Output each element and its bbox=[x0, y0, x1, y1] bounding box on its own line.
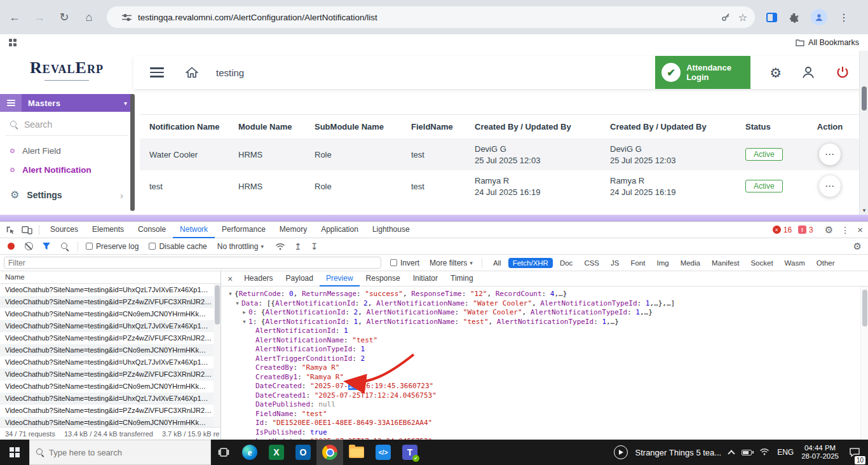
filter-pill-media[interactable]: Media bbox=[676, 258, 705, 268]
json-line[interactable]: DateCreated: "2025-07-24T16:19:45.366072… bbox=[221, 382, 868, 391]
home-icon[interactable]: ⌂ bbox=[79, 7, 99, 27]
devtools-close-icon[interactable]: × bbox=[857, 224, 863, 235]
device-toolbar-icon[interactable] bbox=[22, 225, 32, 234]
filter-pill-font[interactable]: Font bbox=[626, 258, 649, 268]
throttling-select[interactable]: No throttling▾ bbox=[217, 242, 264, 251]
json-line[interactable]: AlertNotificationName: "test" bbox=[221, 336, 868, 346]
reload-icon[interactable]: ↻ bbox=[54, 7, 74, 27]
row-actions-button[interactable]: ⋯ bbox=[819, 144, 841, 165]
more-filters-button[interactable]: More filters▾ bbox=[430, 259, 473, 267]
browser-menu-icon[interactable]: ⋮ bbox=[839, 11, 849, 24]
json-line[interactable]: ▼1: {AlertNotificationId: 1, AlertNotifi… bbox=[221, 318, 868, 327]
detail-tab-headers[interactable]: Headers bbox=[238, 271, 279, 286]
json-line[interactable]: ▼{ReturnCode: 0, ReturnMessage: "success… bbox=[221, 290, 868, 299]
profile-icon[interactable] bbox=[801, 65, 816, 80]
detail-tab-timing[interactable]: Timing bbox=[444, 271, 480, 286]
json-line[interactable]: DateCreated1: "2025-07-25T17:12:24.04567… bbox=[221, 391, 868, 401]
taskbar-search-input[interactable] bbox=[49, 448, 204, 457]
network-filter-input[interactable] bbox=[4, 257, 381, 269]
issues-badge[interactable]: !3 bbox=[798, 226, 813, 234]
network-request-row[interactable]: VideoChathub?SiteName=testing&id=CNo9emJ… bbox=[0, 308, 220, 320]
sidebar-item-masters[interactable]: Masters ▾ bbox=[0, 94, 133, 112]
action-center-button[interactable]: 10 bbox=[846, 444, 863, 461]
json-line[interactable]: ▼Data: [{AlertNotificationId: 2, AlertNo… bbox=[221, 299, 868, 309]
attendance-login-button[interactable]: ✔ Attendance Login bbox=[655, 56, 750, 89]
json-line[interactable]: ▶0: {AlertNotificationId: 2, AlertNotifi… bbox=[221, 308, 868, 318]
filter-pill-fetch-xhr[interactable]: Fetch/XHR bbox=[508, 258, 553, 268]
file-explorer-icon[interactable] bbox=[343, 440, 370, 465]
scrollbar-thumb[interactable] bbox=[862, 86, 867, 111]
side-panel-icon[interactable] bbox=[766, 13, 777, 22]
settings-gear-icon[interactable]: ⚙ bbox=[770, 66, 782, 79]
scrollbar-thumb[interactable] bbox=[215, 285, 220, 325]
excel-icon[interactable]: X bbox=[263, 440, 290, 465]
page-scrollbar[interactable]: ▾ bbox=[859, 51, 868, 215]
json-line[interactable]: Id: "DE1520EE-0EE1-48EE-8649-33A16EB62AA… bbox=[221, 419, 868, 428]
tab-elements[interactable]: Elements bbox=[85, 222, 131, 238]
devtools-settings-icon[interactable]: ⚙ bbox=[825, 224, 833, 236]
json-line[interactable]: CreatedBy1: "Ramya R" bbox=[221, 373, 868, 382]
expander-icon[interactable]: ▶ bbox=[240, 308, 248, 318]
edge-icon[interactable]: e bbox=[236, 440, 263, 465]
network-request-row[interactable]: VideoChathub?SiteName=testing&id=UhxQzL7… bbox=[0, 356, 220, 368]
chrome-icon[interactable] bbox=[316, 440, 343, 465]
sidebar-item-alert-field[interactable]: Alert Field bbox=[0, 142, 133, 159]
scrollbar-thumb[interactable] bbox=[862, 290, 867, 327]
network-request-row[interactable]: VideoChathub?SiteName=testing&id=CNo9emJ… bbox=[0, 344, 220, 356]
network-request-row[interactable]: VideoChathub?SiteName=testing&id=PZz4wZi… bbox=[0, 296, 220, 308]
clear-icon[interactable] bbox=[25, 242, 33, 250]
devtools-menu-icon[interactable]: ⋮ bbox=[841, 225, 850, 235]
tab-network[interactable]: Network bbox=[173, 222, 215, 238]
sidebar-item-settings[interactable]: ⚙ Settings › bbox=[0, 184, 133, 206]
filter-pill-socket[interactable]: Socket bbox=[746, 258, 777, 268]
tab-performance[interactable]: Performance bbox=[215, 222, 273, 238]
filter-pill-css[interactable]: CSS bbox=[580, 258, 604, 268]
tab-sources[interactable]: Sources bbox=[43, 222, 85, 238]
filter-pill-img[interactable]: Img bbox=[652, 258, 673, 268]
tab-console[interactable]: Console bbox=[131, 222, 173, 238]
tab-lighthouse[interactable]: Lighthouse bbox=[365, 222, 417, 238]
network-search-icon[interactable] bbox=[61, 243, 69, 250]
tab-application[interactable]: Application bbox=[314, 222, 365, 238]
json-line[interactable]: CreatedBy: "Ramya R" bbox=[221, 363, 868, 373]
media-title[interactable]: Stranger Things 5 tea... bbox=[635, 448, 722, 457]
language-indicator[interactable]: ENG bbox=[777, 448, 794, 457]
sidebar-item-alert-notification[interactable]: Alert Notification bbox=[0, 161, 133, 178]
hamburger-menu-icon[interactable] bbox=[150, 65, 164, 80]
task-view-button[interactable] bbox=[211, 440, 236, 465]
network-request-row[interactable]: VideoChathub?SiteName=testing&id=UhxQzL7… bbox=[0, 393, 220, 405]
outlook-icon[interactable]: O bbox=[290, 440, 316, 465]
network-request-row[interactable]: VideoChathub?SiteName=testing&id=UhxQzL7… bbox=[0, 320, 220, 332]
scroll-down-icon[interactable]: ▾ bbox=[860, 207, 868, 213]
row-actions-button[interactable]: ⋯ bbox=[819, 175, 841, 197]
detail-tab-initiator[interactable]: Initiator bbox=[407, 271, 444, 286]
expander-icon[interactable]: ▼ bbox=[226, 290, 234, 299]
filter-pill-manifest[interactable]: Manifest bbox=[707, 258, 743, 268]
sidebar-scrollbar[interactable] bbox=[130, 94, 135, 211]
detail-tab-response[interactable]: Response bbox=[360, 271, 407, 286]
sidebar-search-input[interactable]: Search bbox=[5, 113, 128, 136]
detail-tab-preview[interactable]: Preview bbox=[320, 271, 360, 286]
network-conditions-icon[interactable] bbox=[275, 243, 285, 250]
network-request-row[interactable]: VideoChathub?SiteName=testing&id=UhxQzL7… bbox=[0, 284, 220, 296]
hidden-icons-chevron[interactable] bbox=[728, 450, 735, 457]
inspect-icon[interactable] bbox=[5, 225, 15, 235]
battery-icon[interactable] bbox=[742, 450, 752, 455]
network-request-row[interactable]: VideoChathub?SiteName=testing&id=CNo9emJ… bbox=[0, 381, 220, 393]
bookmark-star-icon[interactable]: ☆ bbox=[738, 11, 747, 24]
network-settings-icon[interactable]: ⚙ bbox=[853, 241, 862, 252]
request-list-scrollbar[interactable] bbox=[214, 284, 220, 427]
all-bookmarks-button[interactable]: All Bookmarks bbox=[796, 38, 859, 47]
invert-checkbox[interactable]: Invert bbox=[390, 259, 419, 267]
detail-tab-payload[interactable]: Payload bbox=[280, 271, 320, 286]
export-har-icon[interactable]: ↧ bbox=[311, 241, 318, 252]
start-button[interactable] bbox=[0, 440, 29, 465]
filter-pill-doc[interactable]: Doc bbox=[555, 258, 577, 268]
logout-power-icon[interactable] bbox=[835, 65, 850, 80]
network-request-row[interactable]: VideoChathub?SiteName=testing&id=PZz4wZi… bbox=[0, 405, 220, 417]
json-line[interactable]: DatePublished: null bbox=[221, 400, 868, 410]
media-play-icon[interactable] bbox=[614, 445, 628, 459]
filter-pill-other[interactable]: Other bbox=[812, 258, 839, 268]
extensions-puzzle-icon[interactable] bbox=[789, 12, 799, 23]
expander-icon[interactable]: ▼ bbox=[240, 318, 248, 327]
